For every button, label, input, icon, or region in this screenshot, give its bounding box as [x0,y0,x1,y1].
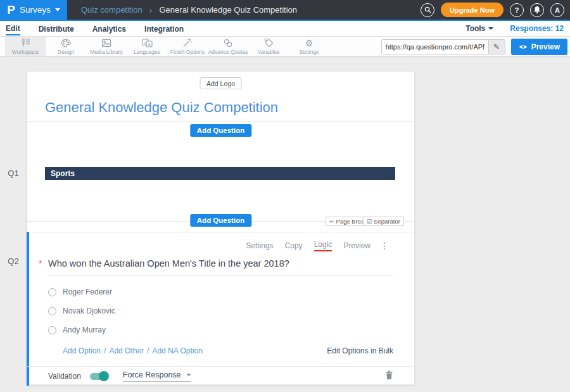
questionpro-logo: P [7,4,15,16]
eye-icon [519,44,528,50]
tab-analytics[interactable]: Analytics [92,23,126,35]
survey-title[interactable]: General Knowledge Quiz Competition [45,99,278,116]
toolbar-label: Workspace [12,49,39,55]
notifications-button[interactable] [530,3,544,17]
survey-editor-canvas: Q1 Q2 Add Logo General Knowledge Quiz Co… [0,57,570,392]
separator-button[interactable]: ☑ Separator [363,217,404,226]
validation-row: Validation Force Response [48,369,191,383]
add-na-option-link[interactable]: Add NA Option [152,346,202,355]
toolbar-item-media-library[interactable]: Media Library [86,37,127,56]
toolbar-label: Media Library [90,49,123,55]
toolbar-label: Finish Options [170,49,205,55]
toolbar-label: Variables [258,49,280,55]
chain-links-icon [223,39,233,47]
toolbar-item-advance-quotas[interactable]: Advance Quotas [208,37,248,56]
add-other-link[interactable]: Add Other [109,346,144,355]
required-marker: * [39,258,48,269]
question-number-q1: Q1 [0,168,27,178]
separator-label: Separator [374,218,400,225]
radio-icon[interactable] [48,307,56,315]
tools-label: Tools [466,24,485,33]
answer-option-row[interactable]: Roger Federer [48,288,112,296]
breadcrumb-survey-title: General Knowledge Quiz Competition [160,5,298,15]
option-label[interactable]: Novak Djokovic [63,307,115,315]
add-option-link[interactable]: Add Option [63,346,101,355]
toolbar-item-settings[interactable]: ⚙ Settings [289,37,329,56]
toolbar-label: Design [58,49,74,55]
toolbar-item-workspace[interactable]: Workspace [5,37,46,56]
answer-option-row[interactable]: Novak Djokovic [48,307,115,315]
svg-text:A: A [148,42,151,46]
validation-type-value: Force Response [123,370,181,379]
toolbar-label: Advance Quotas [208,49,248,55]
image-icon [101,39,111,47]
add-logo-button[interactable]: Add Logo [200,77,242,89]
question-settings-link[interactable]: Settings [246,241,273,250]
breadcrumb-folder[interactable]: Quiz competition [81,5,142,15]
answer-option-row[interactable]: Andy Murray [48,326,106,334]
preview-label: Preview [531,42,560,51]
translate-icon: xA [142,39,153,47]
link-separator: / [104,346,106,355]
palette-icon [61,39,71,47]
question-copy-link[interactable]: Copy [285,241,303,250]
bell-icon [533,6,541,14]
edit-url-button[interactable]: ✎ [488,40,505,54]
pencil-icon: ✎ [493,42,500,51]
workspace-icon [20,38,31,47]
survey-nav: Edit Distribute Analytics Integration To… [0,21,570,37]
preview-button[interactable]: Preview [511,39,567,55]
question-text-underline [48,275,393,276]
kebab-menu-icon[interactable]: ⋮ [380,241,389,251]
tools-dropdown[interactable]: Tools [466,24,493,33]
toolbar-item-finish-options[interactable]: Finish Options [167,37,208,56]
survey-url-box: ✎ [381,39,505,54]
validation-toggle[interactable] [90,373,108,380]
magic-wand-icon [182,38,193,47]
delete-question-button[interactable] [385,370,393,383]
search-icon [424,6,431,13]
option-actions: Add Option / Add Other / Add NA Option [63,346,203,355]
header-actions: Upgrade Now ? A [421,3,570,17]
help-button[interactable]: ? [510,3,524,17]
question-text[interactable]: Who won the Australian Open Men's Title … [48,258,289,269]
edit-options-in-bulk-link[interactable]: Edit Options in Bulk [327,346,393,355]
add-question-button-top[interactable]: Add Question [190,124,251,137]
link-separator: / [147,346,149,355]
svg-text:x: x [144,40,146,44]
option-label[interactable]: Roger Federer [63,288,112,296]
search-button[interactable] [421,3,434,17]
surveys-menu[interactable]: P Surveys [0,0,67,20]
question-text-row: * Who won the Australian Open Men's Titl… [39,258,289,269]
validation-type-dropdown[interactable]: Force Response [123,370,191,382]
tab-edit[interactable]: Edit [6,22,20,35]
divider [27,232,414,232]
radio-icon[interactable] [48,326,56,334]
breadcrumb-separator: › [149,5,153,15]
responses-count[interactable]: Responses: 12 [510,24,564,33]
top-header: P Surveys Quiz competition › General Kno… [0,0,570,21]
survey-url-input[interactable] [382,40,488,54]
avatar[interactable]: A [550,3,564,17]
question-preview-link[interactable]: Preview [343,241,370,250]
app-name: Surveys [20,5,51,15]
chevron-down-icon [186,374,191,376]
toolbar-item-design[interactable]: Design [46,37,86,56]
tab-integration[interactable]: Integration [144,23,184,35]
tag-icon [264,38,274,47]
upgrade-now-button[interactable]: Upgrade Now [441,3,504,17]
toolbar-right: ✎ Preview [381,37,570,56]
scissors-icon: ✂ [329,218,334,225]
option-label[interactable]: Andy Murray [63,326,106,334]
chevron-down-icon [488,27,493,30]
add-question-button-middle[interactable]: Add Question [190,214,251,227]
q1-section-header[interactable]: Sports [45,167,395,180]
tab-distribute[interactable]: Distribute [39,23,74,35]
survey-card: Add Logo General Knowledge Quiz Competit… [27,71,415,385]
question-number-q2: Q2 [0,256,27,266]
chevron-down-icon [55,8,60,11]
toolbar-item-variables[interactable]: Variables [248,37,289,56]
toolbar-item-languages[interactable]: xA Languages [127,37,167,56]
question-logic-link[interactable]: Logic [314,240,332,251]
radio-icon[interactable] [48,288,56,296]
